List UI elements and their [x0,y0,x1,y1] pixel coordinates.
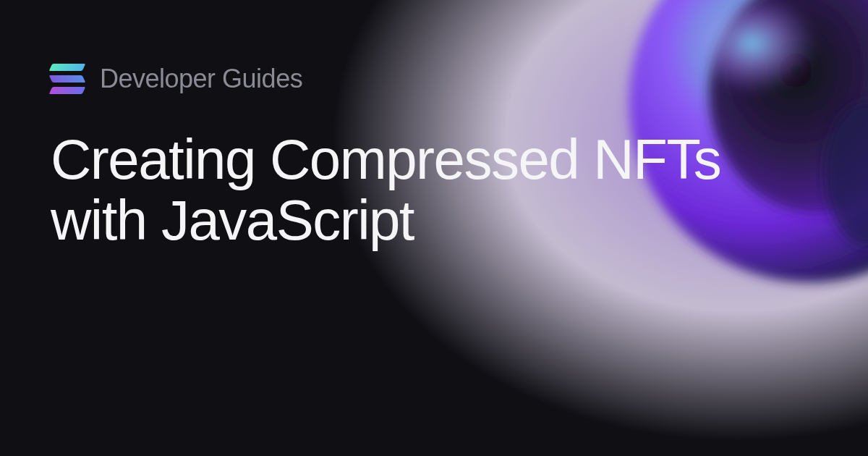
svg-point-3 [825,101,868,246]
content-area: Developer Guides Creating Compressed NFT… [51,64,817,250]
page-title: Creating Compressed NFTs with JavaScript [51,129,745,250]
header-row: Developer Guides [51,64,817,94]
solana-logo-icon [51,64,84,94]
category-label: Developer Guides [100,64,302,94]
